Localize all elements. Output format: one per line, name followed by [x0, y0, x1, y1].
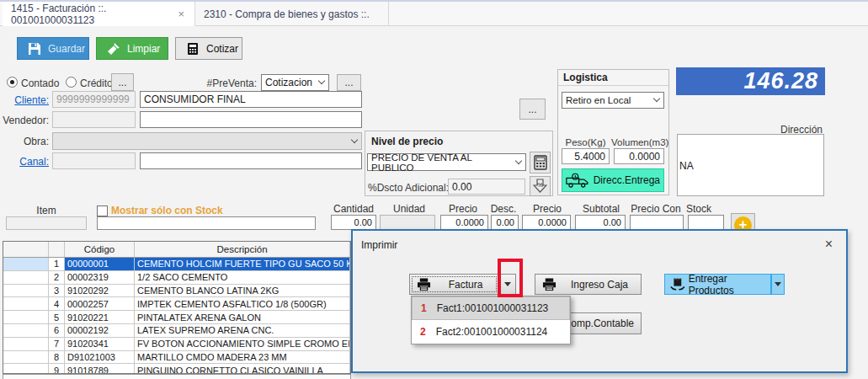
payment-more-button[interactable]: ...	[111, 73, 134, 91]
preventa-more-button[interactable]: ...	[337, 74, 361, 91]
table-row[interactable]: 8 D91021003MARTILLO CMDO MADERA 23 MM	[3, 351, 350, 365]
calculator-icon	[186, 42, 200, 56]
tab-facturacion[interactable]: 1415 - Facturación ::. 001001000031123 ×	[3, 2, 195, 26]
cantidad-field[interactable]: 0.00	[331, 215, 376, 230]
table-row[interactable]: 3 91020292CEMENTO BLANCO LATINA 2KG	[3, 285, 350, 298]
obra-combobox[interactable]	[52, 132, 362, 150]
item-search-input[interactable]	[97, 216, 316, 230]
cotizar-label: Cotizar	[206, 43, 238, 55]
subtotal-label: Subtotal	[578, 203, 625, 215]
tab-compra[interactable]: 2310 - Compra de bienes y gastos ::.	[195, 2, 389, 26]
entregar-productos-label: Entregar Productos	[689, 273, 765, 296]
subtotal-field[interactable]: 0.00	[575, 215, 626, 230]
dialog-close-icon[interactable]: ×	[825, 237, 833, 252]
tab-compra-label: 2310 - Compra de bienes y gastos ::.	[204, 8, 370, 20]
dscto-field[interactable]: 0.00	[448, 179, 525, 195]
table-row[interactable]: 4 00002257IMPTEK CEMENTO ASFALTICO 1/8 (…	[3, 297, 350, 311]
table-row[interactable]: 9 91018789PINGUINO CORNETTO CLASICO VAIN…	[3, 364, 350, 374]
vendedor-name-field[interactable]	[140, 111, 362, 128]
peso-field[interactable]: 5.4000	[562, 148, 610, 164]
table-row[interactable]: 5 91020221PINTALATEX ARENA GALON	[3, 311, 350, 324]
tab-close-icon[interactable]: ×	[176, 8, 186, 20]
price-level-combobox[interactable]: PRECIO DE VENTA AL PUBLICO	[367, 153, 526, 171]
stock-filter-checkbox[interactable]	[97, 206, 108, 216]
desc-label: Desc.	[487, 203, 520, 215]
price-calculator-button[interactable]	[530, 152, 551, 173]
dropdown-arrow-icon	[775, 282, 781, 286]
item-code-field[interactable]	[6, 216, 87, 230]
direcc-entrega-button[interactable]: Direcc.Entrega	[562, 168, 664, 192]
direccion-textarea[interactable]: NA	[677, 134, 824, 196]
grid-header-row: Código Descripción	[3, 242, 350, 258]
dropdown-arrow-icon	[504, 282, 511, 286]
menu-item-number: 1	[421, 302, 427, 314]
table-row[interactable]: 2 000023191/2 SACO CEMENTO	[3, 271, 350, 285]
table-row[interactable]: 7 91020341FV BOTON ACCIONAMIENTO SIMPLE …	[3, 338, 350, 351]
broom-icon	[107, 42, 120, 56]
volumen-field[interactable]: 0.0000	[614, 148, 664, 164]
menu-item-fact2[interactable]: 2 Fact2:001001000031124	[412, 320, 570, 344]
limpiar-button[interactable]: Limpiar	[96, 37, 168, 60]
dscto-label: %Dscto Adicional:	[368, 182, 449, 194]
nivel-title: Nivel de precio	[371, 136, 443, 147]
contado-label: Contado	[21, 77, 59, 89]
guardar-label: Guardar	[48, 43, 85, 55]
factura-dropdown-button[interactable]	[499, 274, 516, 295]
chevron-down-icon	[515, 157, 522, 163]
vendedor-code-field[interactable]	[52, 111, 136, 128]
desc-field[interactable]: 0.00	[491, 215, 519, 230]
cotizar-button[interactable]: Cotizar	[175, 37, 242, 60]
cliente-name-field[interactable]: CONSUMIDOR FINAL	[140, 91, 362, 108]
obra-label: Obra:	[0, 136, 49, 147]
menu-item-label: Fact2:001001000031124	[436, 326, 548, 338]
price-level-value: PRECIO DE VENTA AL PUBLICO	[371, 152, 510, 173]
factura-label: Factura	[439, 279, 492, 291]
grid-header-blank	[3, 242, 49, 257]
stock-field[interactable]	[688, 215, 724, 230]
svg-text:%: %	[537, 181, 543, 189]
preventa-value: Cotizacion	[265, 77, 312, 88]
precio-desc-field[interactable]: 0.0000	[522, 215, 571, 230]
floppy-save-icon	[28, 42, 41, 56]
chevron-down-icon	[318, 77, 325, 84]
menu-item-fact1[interactable]: 1 Fact1:001001000031123	[412, 296, 570, 320]
ingreso-caja-label: Ingreso Caja	[565, 279, 634, 291]
detail-more-button[interactable]: ...	[519, 99, 546, 120]
contado-radio[interactable]	[7, 77, 18, 88]
cliente-code-field[interactable]: 9999999999999	[52, 91, 136, 108]
preventa-combobox[interactable]: Cotizacion	[261, 74, 329, 91]
canal-code-field[interactable]	[52, 152, 136, 169]
calculator-icon	[534, 155, 547, 170]
factura-button[interactable]: Factura	[409, 274, 499, 295]
precio-iva-field[interactable]	[630, 215, 684, 230]
canal-link[interactable]: Canal:	[0, 156, 49, 168]
comp-contable-label: Comp.Contable	[564, 318, 634, 329]
peso-label: Peso(Kg)	[562, 137, 610, 147]
chevron-down-icon	[351, 136, 358, 142]
cliente-link[interactable]: Cliente:	[0, 94, 49, 106]
tab-facturacion-label: 1415 - Facturación ::. 001001000031123	[11, 3, 169, 26]
entregar-productos-button[interactable]: Entregar Productos	[664, 274, 771, 295]
retiro-combobox[interactable]: Retiro en Local	[562, 92, 664, 109]
ingreso-caja-button[interactable]: Ingreso Caja	[535, 274, 642, 295]
table-row[interactable]: 6 00002192LATEX SUPREMO ARENA CNC.	[3, 324, 350, 338]
logistica-title: Logistica	[563, 72, 608, 83]
stock-label: Stock	[680, 203, 717, 215]
table-row[interactable]: 1 00000001CEMENTO HOLCIM FUERTE TIPO GU …	[3, 258, 350, 271]
imprimir-dialog: Imprimir × Factura Ingreso Caja	[351, 229, 848, 373]
total-display: 146.28	[676, 67, 825, 95]
preventa-label: #PreVenta:	[196, 77, 257, 89]
menu-item-label: Fact1:001001000031123	[437, 302, 549, 314]
item-label: Item	[6, 205, 87, 216]
guardar-button[interactable]: Guardar	[17, 37, 89, 60]
canal-name-field[interactable]	[140, 152, 362, 169]
precio-orig-field[interactable]: 0.0000	[440, 215, 488, 230]
entregar-dropdown-button[interactable]	[771, 274, 785, 295]
grid-header-descripcion: Descripción	[135, 242, 350, 257]
grid-header-codigo: Código	[65, 242, 135, 257]
apply-discount-button[interactable]: %	[530, 176, 551, 196]
direcc-entrega-label: Direcc.Entrega	[594, 174, 660, 186]
delivery-truck-icon	[566, 172, 589, 189]
unidad-combobox[interactable]	[380, 215, 435, 230]
credito-radio[interactable]	[66, 77, 77, 88]
